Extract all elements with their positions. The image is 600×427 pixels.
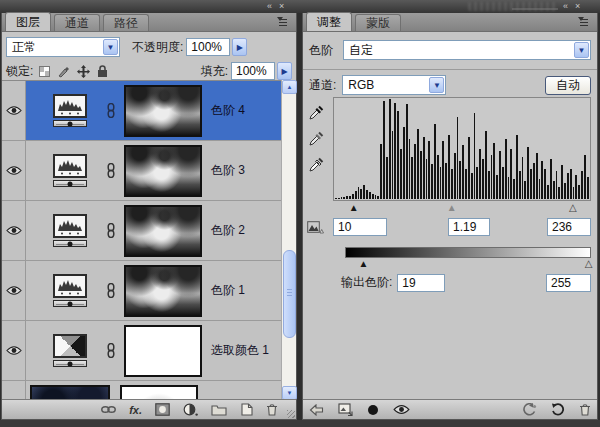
panel-resize-grip[interactable] bbox=[287, 410, 295, 418]
input-gray-slider[interactable]: ▲ bbox=[447, 202, 457, 213]
layer-name[interactable]: 色阶 1 bbox=[211, 282, 245, 299]
eye-icon[interactable] bbox=[6, 165, 22, 176]
return-to-adjustment-list-icon[interactable] bbox=[309, 402, 324, 418]
delete-layer-icon[interactable] bbox=[266, 402, 278, 418]
layer-mask-thumbnail[interactable] bbox=[124, 145, 202, 197]
levels-adjustment-icon[interactable] bbox=[50, 214, 90, 247]
mask-link-icon[interactable] bbox=[106, 103, 116, 118]
levels-preset-row: 色阶 自定 ▼ bbox=[303, 40, 597, 60]
output-white-field[interactable]: 255 bbox=[546, 274, 591, 292]
layer-row-levels-3[interactable]: 色阶 3 bbox=[2, 141, 296, 201]
layer-mask-thumbnail[interactable] bbox=[124, 325, 202, 377]
lock-all-icon[interactable] bbox=[97, 65, 108, 78]
scrollbar-thumb[interactable] bbox=[283, 250, 296, 338]
visibility-cell[interactable] bbox=[2, 141, 26, 200]
layers-scrollbar[interactable]: ▲ ▼ bbox=[281, 80, 296, 400]
new-adjustment-layer-icon[interactable] bbox=[183, 402, 198, 418]
visibility-cell[interactable] bbox=[2, 261, 26, 320]
input-white-field[interactable]: 236 bbox=[547, 218, 591, 236]
eye-icon[interactable] bbox=[6, 225, 22, 236]
eye-icon[interactable] bbox=[6, 345, 22, 356]
panel-menu-icon[interactable] bbox=[575, 17, 593, 28]
combo-arrow-icon[interactable]: ▼ bbox=[429, 77, 444, 93]
lock-pixels-brush-icon[interactable] bbox=[57, 65, 70, 78]
gray-point-eyedropper-icon[interactable] bbox=[308, 131, 324, 147]
tab-layers[interactable]: 图层 bbox=[5, 12, 51, 31]
layer-name[interactable]: 色阶 3 bbox=[211, 162, 245, 179]
new-layer-icon[interactable] bbox=[240, 402, 253, 418]
layer-row-levels-4[interactable]: 色阶 4 bbox=[2, 81, 296, 141]
toggle-visibility-eye-icon[interactable] bbox=[393, 402, 410, 418]
channel-select[interactable]: RGB ▼ bbox=[342, 75, 446, 95]
collapse-panel-icon[interactable]: « bbox=[267, 0, 272, 13]
eye-icon[interactable] bbox=[6, 105, 22, 116]
layer-name[interactable]: 色阶 2 bbox=[211, 222, 245, 239]
auto-button[interactable]: 自动 bbox=[545, 76, 591, 95]
link-layers-icon[interactable] bbox=[101, 402, 116, 418]
opacity-spinner-icon[interactable]: ▶ bbox=[232, 38, 247, 56]
layer-thumbnail[interactable] bbox=[30, 385, 110, 401]
collapse-panel-icon[interactable]: « bbox=[563, 0, 568, 13]
close-panel-icon[interactable]: × bbox=[279, 0, 284, 13]
panel-menu-icon[interactable] bbox=[274, 17, 292, 28]
levels-preset-select[interactable]: 自定 ▼ bbox=[343, 40, 591, 60]
mask-link-icon[interactable] bbox=[106, 283, 116, 298]
mask-link-icon[interactable] bbox=[106, 163, 116, 178]
visibility-cell[interactable] bbox=[2, 81, 26, 140]
fill-spinner-icon[interactable]: ▶ bbox=[277, 62, 292, 80]
reset-adjustment-icon[interactable] bbox=[551, 402, 565, 418]
visibility-cell[interactable] bbox=[2, 321, 26, 380]
levels-adjustment-icon[interactable] bbox=[50, 154, 90, 187]
tab-masks[interactable]: 蒙版 bbox=[355, 14, 401, 31]
levels-adjustment-icon[interactable] bbox=[50, 274, 90, 307]
output-black-field[interactable]: 19 bbox=[397, 274, 445, 292]
scroll-up-icon[interactable]: ▲ bbox=[282, 80, 297, 94]
view-previous-state-icon[interactable] bbox=[522, 402, 537, 418]
layer-row-selective-color-1[interactable]: 选取颜色 1 bbox=[2, 321, 296, 381]
visibility-cell[interactable] bbox=[2, 201, 26, 260]
delete-adjustment-icon[interactable] bbox=[579, 402, 591, 418]
input-white-slider[interactable]: △ bbox=[569, 202, 577, 213]
add-layer-mask-icon[interactable] bbox=[155, 402, 170, 418]
input-gamma-field[interactable]: 1.19 bbox=[448, 218, 490, 236]
layer-row-levels-2[interactable]: 色阶 2 bbox=[2, 201, 296, 261]
new-group-icon[interactable] bbox=[211, 402, 227, 418]
combo-arrow-icon[interactable]: ▼ bbox=[103, 39, 118, 55]
white-point-eyedropper-icon[interactable] bbox=[308, 157, 324, 173]
output-black-slider[interactable]: ▲ bbox=[358, 258, 368, 269]
mask-link-icon[interactable] bbox=[106, 343, 116, 358]
layer-row-image[interactable] bbox=[2, 381, 296, 400]
mask-link-icon[interactable] bbox=[106, 223, 116, 238]
eye-icon[interactable] bbox=[6, 285, 22, 296]
input-black-field[interactable]: 10 bbox=[333, 218, 387, 236]
toggle-state-circle-icon[interactable] bbox=[367, 402, 379, 418]
levels-adjustment-icon[interactable] bbox=[50, 94, 90, 127]
tab-adjustments[interactable]: 调整 bbox=[306, 12, 352, 31]
tab-paths[interactable]: 路径 bbox=[103, 14, 149, 31]
blend-mode-select[interactable]: 正常 ▼ bbox=[6, 37, 120, 57]
fill-input[interactable]: 100% bbox=[231, 62, 275, 80]
lock-transparency-icon[interactable] bbox=[39, 66, 50, 77]
black-point-eyedropper-icon[interactable] bbox=[308, 105, 324, 121]
lock-position-icon[interactable] bbox=[77, 65, 90, 78]
combo-arrow-icon[interactable]: ▼ bbox=[574, 42, 589, 58]
levels-histogram[interactable] bbox=[333, 97, 591, 201]
layer-mask-thumbnail[interactable] bbox=[124, 85, 202, 137]
close-panel-icon[interactable]: × bbox=[575, 0, 580, 13]
layer-row-levels-1[interactable]: 色阶 1 bbox=[2, 261, 296, 321]
layer-name[interactable]: 选取颜色 1 bbox=[211, 342, 269, 359]
divider bbox=[303, 69, 597, 70]
visibility-cell[interactable] bbox=[2, 381, 26, 400]
layer-style-icon[interactable]: fx. bbox=[129, 402, 142, 418]
layer-mask-thumbnail[interactable] bbox=[124, 265, 202, 317]
layer-mask-thumbnail[interactable] bbox=[120, 385, 198, 401]
opacity-input[interactable]: 100% bbox=[186, 38, 230, 56]
output-white-slider[interactable]: △ bbox=[585, 258, 593, 269]
selective-color-adjustment-icon[interactable] bbox=[50, 334, 90, 367]
clip-to-layer-icon[interactable] bbox=[338, 402, 353, 418]
layer-name[interactable]: 色阶 4 bbox=[211, 102, 245, 119]
tab-channels[interactable]: 通道 bbox=[54, 14, 100, 31]
input-black-slider[interactable]: ▲ bbox=[349, 202, 359, 213]
scroll-down-icon[interactable]: ▼ bbox=[282, 386, 297, 400]
layer-mask-thumbnail[interactable] bbox=[124, 205, 202, 257]
